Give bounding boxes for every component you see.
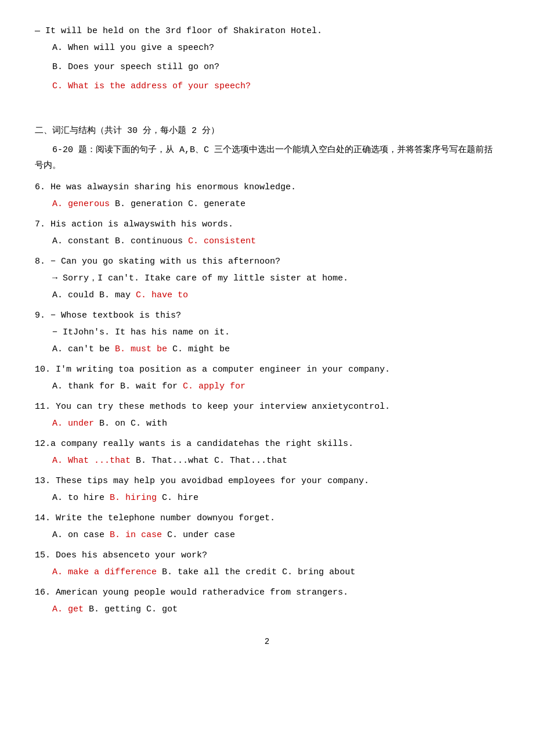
q14-text: 14. Write the telephone number downyou f… [35,510,499,526]
q9-options: A. can't be B. must be C. might be [52,341,499,357]
q16-option-a: A. get [52,604,84,614]
intro-line1: — It will be held on the 3rd floor of Sh… [35,23,499,39]
q15-option-a: A. make a difference [52,567,157,577]
q7-options: A. constant B. continuous C. consistent [52,233,499,249]
q13-text: 13. These tips may help you avoidbad emp… [35,473,499,489]
section2-title-text: 二、词汇与结构（共计 30 分，每小题 2 分） [35,126,219,136]
page-number: 2 [35,635,499,649]
q15-text: 15. Does his absenceto your work? [35,548,499,563]
intro-option-a: A. When will you give a speech? [52,40,499,56]
q14-option-a: A. on case [52,530,104,540]
q8-option-a: A. could [52,290,94,300]
q15-option-b: B. take all the credit [162,567,277,577]
intro-option-c: C. What is the address of your speech? [52,78,499,94]
q8-option-b: B. may [99,290,131,300]
question-14: 14. Write the telephone number downyou f… [35,510,499,543]
question-10: 10. I'm writing toa position as a comput… [35,362,499,394]
q12-text: 12.a company really wants is a candidate… [35,436,499,452]
q13-option-c: C. hire [162,493,199,503]
q10-options: A. thank for B. wait for C. apply for [52,379,499,394]
q13-option-b: B. hiring [110,493,157,503]
q8-text: 8. − Can you go skating with us this aft… [35,254,499,269]
section2-title: 二、词汇与结构（共计 30 分，每小题 2 分） [35,123,499,139]
q10-option-b: B. wait for [120,381,178,391]
q6-option-b: B. generation [115,199,183,209]
intro-option-c-text: C. What is the address of your speech? [52,81,251,91]
q11-option-a: A. under [52,419,94,429]
q6-option-c: C. generate [188,199,246,209]
question-13: 13. These tips may help you avoidbad emp… [35,473,499,506]
question-7: 7. His action is alwayswith his words. A… [35,217,499,249]
q6-option-a: A. generous [52,199,110,209]
q10-option-c: C. apply for [183,381,246,391]
q9-option-a: A. can't be [52,344,110,354]
q8-options: A. could B. may C. have to [52,287,499,303]
intro-option-b: B. Does your speech still go on? [52,59,499,75]
q11-text: 11. You can try these methods to keep yo… [35,399,499,415]
q7-text: 7. His action is alwayswith his words. [35,217,499,232]
q11-options: A. under B. on C. with [52,416,499,431]
q8-option-c: C. have to [136,290,188,300]
q13-option-a: A. to hire [52,493,104,503]
question-6: 6. He was alwaysin sharing his enormous … [35,179,499,212]
q14-option-b: B. in case [110,530,162,540]
q6-options: A. generous B. generation C. generate [52,196,499,212]
q9-option-b: B. must be [115,344,167,354]
question-16: 16. American young people would ratherad… [35,585,499,617]
intro-option-a-text: A. When will you give a speech? [52,43,214,53]
section2-instruction-text: 6-20 题：阅读下面的句子，从 A,B、C 三个选项中选出一个能填入空白处的正… [35,145,493,171]
q12-options: A. What ...that B. That...what C. That..… [52,453,499,469]
q15-option-c: C. bring about [282,567,355,577]
q10-option-a: A. thank for [52,381,115,391]
q11-option-c: C. with [131,419,167,429]
q14-option-c: C. under case [167,530,235,540]
q12-option-b: B. That...what [136,456,209,466]
q10-text: 10. I'm writing toa position as a comput… [35,362,499,377]
q7-option-a: A. constant [52,236,110,246]
q16-options: A. get B. getting C. got [52,602,499,617]
page-number-text: 2 [265,637,269,646]
q12-option-a: A. What ...that [52,456,131,466]
q9-dialog: − ItJohn's. It has his name on it. [52,325,499,340]
q7-option-b: B. continuous [115,236,183,246]
question-11: 11. You can try these methods to keep yo… [35,399,499,431]
question-9: 9. − Whose textbook is this? − ItJohn's.… [35,308,499,357]
q7-option-c: C. consistent [188,236,256,246]
q15-options: A. make a difference B. take all the cre… [52,564,499,580]
intro-option-b-text: B. Does your speech still go on? [52,62,219,72]
question-12: 12.a company really wants is a candidate… [35,436,499,469]
q9-text: 9. − Whose textbook is this? [35,308,499,323]
intro-text1: — It will be held on the 3rd floor of Sh… [35,26,322,36]
q16-option-c: C. got [146,604,178,614]
q8-dialog: → Sorry，I can't. Itake care of my little… [52,271,499,286]
q11-option-b: B. on [99,419,125,429]
q16-text: 16. American young people would ratherad… [35,585,499,600]
q16-option-b: B. getting [89,604,141,614]
intro-block: — It will be held on the 3rd floor of Sh… [35,23,499,94]
q14-options: A. on case B. in case C. under case [52,527,499,543]
question-8: 8. − Can you go skating with us this aft… [35,254,499,303]
q9-option-c: C. might be [172,344,230,354]
q6-text: 6. He was alwaysin sharing his enormous … [35,179,499,195]
q13-options: A. to hire B. hiring C. hire [52,490,499,506]
q12-option-c: C. That...that [214,456,287,466]
question-15: 15. Does his absenceto your work? A. mak… [35,548,499,580]
section2-instruction: 6-20 题：阅读下面的句子，从 A,B、C 三个选项中选出一个能填入空白处的正… [35,142,499,174]
